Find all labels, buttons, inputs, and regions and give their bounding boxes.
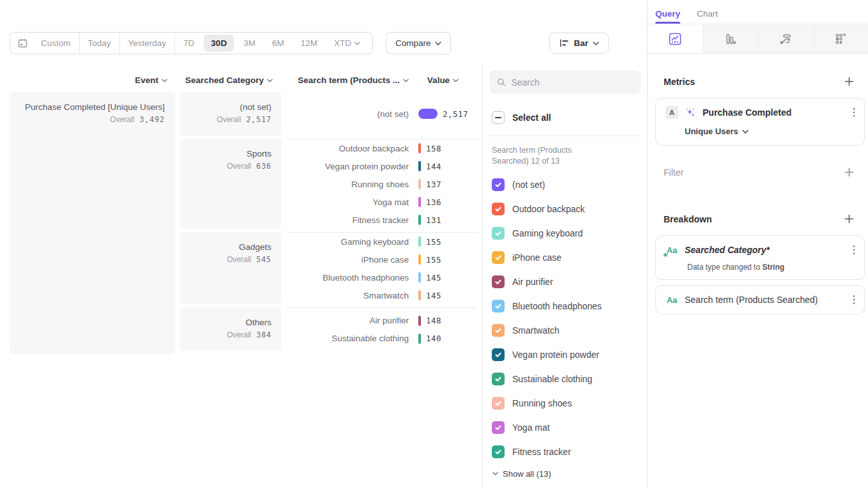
- date-range-custom[interactable]: Custom: [33, 33, 80, 54]
- table-row[interactable]: (not set)2,517: [287, 105, 477, 123]
- kebab-icon: [853, 107, 855, 118]
- column-header-value[interactable]: Value: [409, 75, 477, 85]
- table-row[interactable]: Gaming keyboard155: [287, 233, 477, 251]
- compare-label: Compare: [395, 38, 431, 48]
- row-value: 137: [426, 180, 441, 189]
- column-header-event[interactable]: Event: [10, 75, 175, 85]
- table-row[interactable]: Vegan protein powder144: [287, 157, 477, 175]
- breakdown-table: Event Searched Category Search term (Pro…: [0, 64, 482, 487]
- legend-item[interactable]: Sustainable clothing: [483, 367, 647, 391]
- breakdown-menu-button[interactable]: [851, 293, 857, 306]
- select-all-checkbox[interactable]: Select all: [492, 111, 647, 125]
- report-main: CustomTodayYesterday7D30D3M6M12MXTD Comp…: [0, 0, 647, 487]
- legend-item[interactable]: Air purifier: [483, 270, 647, 294]
- chart-type-button[interactable]: Bar: [549, 33, 609, 54]
- category-title: Sports: [190, 149, 271, 158]
- add-breakdown-button[interactable]: [843, 213, 855, 225]
- table-row[interactable]: Running shoes137: [287, 175, 477, 193]
- row-label: Smartwatch: [287, 291, 409, 300]
- date-range-3m[interactable]: 3M: [235, 33, 264, 54]
- legend-item[interactable]: Bluetooth headphones: [483, 294, 647, 318]
- breakdown-title: Search term (Products Searched): [685, 295, 845, 305]
- table-row[interactable]: Bluetooth headphones145: [287, 268, 477, 286]
- legend-item[interactable]: Fitness tracker: [483, 440, 647, 464]
- report-type-flows[interactable]: [758, 24, 813, 53]
- row-value: 145: [426, 291, 441, 300]
- legend-item[interactable]: Gaming keyboard: [483, 221, 647, 245]
- row-value: 2,517: [443, 109, 468, 119]
- breakdown-card-searched-category[interactable]: Aa✳ Searched Category* Data type changed…: [655, 235, 865, 280]
- checkbox-icon: [492, 421, 505, 434]
- table-row[interactable]: Outdoor backpack158: [287, 139, 477, 157]
- row-value: 155: [426, 255, 441, 265]
- date-range-12m[interactable]: 12M: [293, 33, 326, 54]
- report-type-funnels[interactable]: [703, 24, 758, 53]
- table-row[interactable]: Smartwatch145: [287, 286, 477, 304]
- breakdown-card-search-term[interactable]: Aa Search term (Products Searched): [655, 285, 865, 314]
- legend-item[interactable]: Smartwatch: [483, 318, 647, 343]
- breakdown-group: GadgetsOverall545Gaming keyboard155iPhon…: [180, 232, 477, 304]
- row-label: (not set): [287, 109, 409, 119]
- table-row[interactable]: Yoga mat136: [287, 193, 477, 211]
- table-row[interactable]: Air purifier148: [287, 312, 477, 330]
- value-bar: [418, 161, 421, 171]
- legend-item[interactable]: Outdoor backpack: [483, 197, 647, 221]
- legend-item[interactable]: Running shoes: [483, 391, 647, 415]
- category-cell[interactable]: (not set)Overall2,517: [180, 92, 282, 135]
- chevron-down-icon: [435, 42, 441, 45]
- table-row[interactable]: Fitness tracker131: [287, 211, 477, 229]
- legend-item[interactable]: iPhone case: [483, 245, 647, 270]
- modified-star-icon: ✳: [663, 252, 668, 258]
- event-sparkle-icon: [685, 107, 696, 118]
- table-row[interactable]: Sustainable clothing140: [287, 330, 477, 348]
- search-input[interactable]: [511, 77, 633, 88]
- breakdown-menu-button[interactable]: [851, 244, 857, 256]
- row-label: Outdoor backpack: [287, 144, 409, 153]
- metric-card[interactable]: A Purchase Completed Unique Users: [655, 98, 865, 146]
- tab-chart[interactable]: Chart: [697, 9, 718, 24]
- checkbox-icon: [492, 251, 505, 264]
- filter-section-header: Filter: [648, 166, 868, 178]
- category-cell[interactable]: SportsOverall636: [180, 139, 282, 229]
- row-label: iPhone case: [287, 255, 409, 265]
- checkbox-icon: [492, 324, 505, 337]
- metrics-section-header: Metrics: [648, 75, 868, 88]
- date-range-yesterday[interactable]: Yesterday: [120, 33, 176, 54]
- legend-item-label: Outdoor backpack: [512, 204, 585, 214]
- legend-item[interactable]: Yoga mat: [483, 415, 647, 440]
- date-range-today[interactable]: Today: [80, 33, 120, 54]
- add-metric-button[interactable]: [843, 75, 855, 88]
- column-header-search-term[interactable]: Search term (Products ...: [287, 75, 409, 85]
- plus-icon: [844, 77, 854, 86]
- date-range-6m[interactable]: 6M: [264, 33, 293, 54]
- check-icon: [494, 254, 502, 261]
- date-range-30d[interactable]: 30D: [204, 35, 234, 52]
- string-property-icon: Aa: [666, 293, 678, 306]
- report-type-insights[interactable]: [648, 24, 703, 53]
- event-cell[interactable]: Purchase Completed [Unique Users] Overal…: [10, 92, 175, 354]
- column-header-category[interactable]: Searched Category: [180, 75, 282, 85]
- category-cell[interactable]: OthersOverall384: [180, 307, 282, 351]
- breakdown-title: Searched Category*: [685, 245, 845, 255]
- category-overall: Overall384: [190, 330, 271, 339]
- legend-item[interactable]: (not set): [483, 173, 647, 197]
- legend-item[interactable]: Vegan protein powder: [483, 343, 647, 367]
- panel-tabs: Query Chart: [648, 0, 868, 24]
- date-range-xtd[interactable]: XTD: [326, 33, 369, 54]
- row-value: 136: [426, 197, 441, 207]
- legend-search[interactable]: [489, 70, 641, 94]
- add-filter-button[interactable]: [843, 166, 855, 178]
- category-cell[interactable]: GadgetsOverall545: [180, 232, 282, 304]
- check-icon: [494, 229, 502, 237]
- compare-button[interactable]: Compare: [386, 32, 452, 54]
- show-all-button[interactable]: Show all (13): [492, 469, 647, 479]
- table-row[interactable]: iPhone case155: [287, 251, 477, 268]
- row-label: Sustainable clothing: [287, 334, 409, 343]
- tab-query[interactable]: Query: [655, 9, 680, 24]
- date-range-7d[interactable]: 7D: [175, 33, 202, 54]
- metric-counting-method[interactable]: Unique Users: [685, 127, 857, 136]
- metric-menu-button[interactable]: [851, 106, 857, 119]
- category-overall: Overall545: [190, 255, 271, 264]
- report-type-retention[interactable]: [813, 24, 868, 53]
- chevron-down-icon: [492, 472, 498, 475]
